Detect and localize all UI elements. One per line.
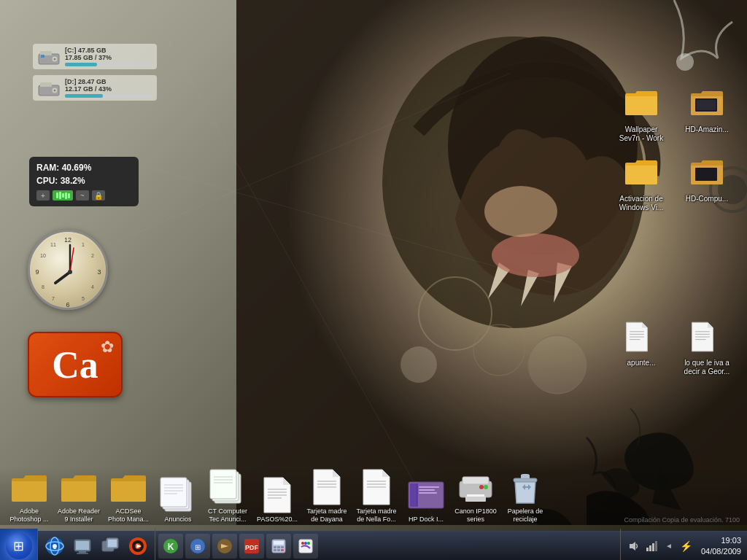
show-desktop-quick-launch[interactable] [71, 534, 94, 558]
folder-hd-compu-icon [689, 157, 724, 192]
svg-rect-93 [76, 541, 89, 550]
dock-acdsee-icon [109, 468, 147, 506]
svg-rect-118 [281, 549, 284, 551]
bar1 [56, 192, 58, 198]
dock-photoshop-label: AdobePhotoshop ... [9, 508, 48, 524]
network-tray-icon[interactable] [644, 539, 659, 553]
dock-ct-label: CT ComputerTec Anunci... [208, 508, 247, 524]
dock-recycle[interactable]: Papelera dereciclaje [503, 468, 547, 524]
wmp-quick-launch[interactable] [126, 534, 150, 558]
svg-text:10: 10 [40, 253, 46, 258]
calc-taskbar-btn[interactable] [266, 534, 291, 559]
svg-rect-125 [649, 545, 651, 551]
widget-clock: 12 3 6 9 1 2 4 5 7 8 10 11 [28, 230, 115, 317]
svg-rect-126 [652, 543, 654, 551]
desktop-icon-hd-amazing[interactable]: HD-Amazin... [678, 88, 736, 144]
dock-adobe-photoshop[interactable]: AdobePhotoshop ... [7, 468, 51, 524]
adobe-ca-flower: ✿ [101, 338, 114, 357]
kaspersky-taskbar-btn[interactable]: K [158, 534, 183, 559]
drive-c-sublabel: 17.85 GB / 37% [65, 54, 152, 61]
drive-c-label: [C:] 47.85 GB [65, 47, 152, 54]
system-tray: ◄ ⚡ 19:03 04/08/2009 [620, 529, 747, 561]
volume-tray-icon[interactable] [627, 539, 641, 553]
dock-ct-computer[interactable]: CT ComputerTec Anunci... [206, 468, 249, 524]
doc-apunte-icon [624, 321, 659, 356]
svg-rect-115 [281, 546, 284, 548]
drive-d-label: [D:] 28.47 GB [65, 78, 152, 85]
svg-point-8 [528, 335, 587, 394]
tray-expand-icon[interactable]: ◄ [662, 539, 676, 553]
svg-text:4: 4 [91, 284, 94, 289]
svg-text:12: 12 [64, 236, 71, 244]
dock-hp-label: HP Dock I... [409, 516, 444, 524]
drive-d[interactable]: [D:] 28.47 GB 12.17 GB / 43% [33, 75, 157, 101]
windows-taskbar-btn[interactable]: ⊞ [185, 534, 210, 559]
drive-c[interactable]: [C:] 47.85 GB 17.85 GB / 37% [33, 44, 157, 69]
dock-photoshop-icon [10, 468, 48, 506]
desktop: [C:] 47.85 GB 17.85 GB / 37% [D:] 28.47 … [0, 0, 747, 560]
svg-point-23 [54, 89, 56, 91]
svg-text:8: 8 [42, 284, 44, 289]
dock-tarjeta-dayana[interactable]: Tarjeta madrede Dayana [305, 468, 349, 524]
folder-activacion-icon [624, 157, 659, 192]
dock-tarjeta-dayana-icon [308, 468, 346, 506]
dock-hp-dock[interactable]: HP Dock I... [404, 476, 448, 524]
svg-text:K: K [168, 542, 174, 552]
svg-point-85 [479, 485, 484, 489]
svg-text:9: 9 [35, 268, 39, 276]
dock-canon-icon [457, 468, 495, 506]
dock-reader-icon [60, 468, 98, 506]
svg-rect-124 [646, 548, 649, 551]
svg-rect-112 [274, 541, 284, 545]
svg-rect-83 [467, 494, 484, 497]
dock-anuncios-icon [159, 476, 197, 514]
lo-que-label: lo que le iva adecir a Geor... [683, 358, 732, 377]
dock-tarjeta-nella[interactable]: Tarjeta madrede Nella Fo... [355, 468, 398, 524]
pdf-taskbar-btn[interactable]: PDF [239, 534, 264, 559]
stat-chart-btn[interactable]: ~ [76, 190, 89, 201]
tray-date: 04/08/2009 [701, 546, 741, 556]
dock-acdsee[interactable]: ACDSeePhoto Mana... [107, 468, 150, 524]
desktop-icons-row2: Activacion deWindows Vi... HD-Compu... [612, 157, 736, 213]
dock-tarjeta-nella-label: Tarjeta madrede Nella Fo... [356, 508, 396, 524]
cpu-stat: CPU: 38.2% [36, 176, 131, 186]
stat-add-btn[interactable]: + [36, 190, 50, 201]
svg-point-122 [307, 542, 310, 545]
stat-bars-btn[interactable] [53, 190, 73, 201]
start-button[interactable]: ⊞ [0, 529, 38, 561]
dock-adobe-reader[interactable]: Adobe Reader9 Installer [57, 468, 101, 524]
dock-anuncios[interactable]: Anuncios [156, 476, 200, 524]
stat-lock-btn[interactable]: 🔒 [92, 190, 105, 201]
drive-c-icon [37, 48, 61, 66]
bar5 [68, 193, 70, 198]
ie-quick-launch[interactable]: e [43, 534, 66, 558]
arr-taskbar-btn[interactable] [212, 534, 237, 559]
bar3 [62, 193, 64, 198]
power-tray-icon[interactable]: ⚡ [679, 539, 694, 553]
desktop-icon-activacion[interactable]: Activacion deWindows Vi... [612, 157, 670, 213]
svg-rect-60 [210, 470, 236, 499]
svg-text:11: 11 [50, 242, 56, 247]
svg-rect-127 [655, 541, 657, 551]
widget-adobe-ca[interactable]: ✿ Ca [28, 332, 123, 397]
start-orb: ⊞ [6, 533, 32, 559]
tray-time: 19:03 [721, 535, 741, 545]
desktop-icon-wallpaper[interactable]: WallpaperSev7n - Work [612, 88, 670, 144]
dock-pasos[interactable]: PASOS%20... [255, 476, 299, 524]
desktop-icon-hd-compu[interactable]: HD-Compu... [678, 157, 736, 213]
dock-acdsee-label: ACDSeePhoto Mana... [108, 508, 149, 524]
svg-text:1: 1 [82, 242, 85, 247]
dock-ct-icon [209, 468, 247, 506]
desktop-icon-apunte[interactable]: apunte... [612, 321, 670, 377]
paint-taskbar-btn[interactable] [293, 534, 318, 559]
svg-text:⊞: ⊞ [195, 543, 201, 551]
svg-point-121 [304, 542, 307, 545]
wallpaper-art [236, 0, 747, 525]
switch-windows-quick-launch[interactable] [98, 534, 122, 558]
svg-rect-116 [274, 549, 276, 551]
dock-canon[interactable]: Canon IP1800series [454, 468, 498, 524]
system-clock[interactable]: 19:03 04/08/2009 [697, 535, 741, 556]
desktop-icon-lo-que[interactable]: lo que le iva adecir a Geor... [678, 321, 736, 377]
dock-hp-icon [407, 476, 445, 514]
dock-pasos-icon [258, 476, 296, 514]
